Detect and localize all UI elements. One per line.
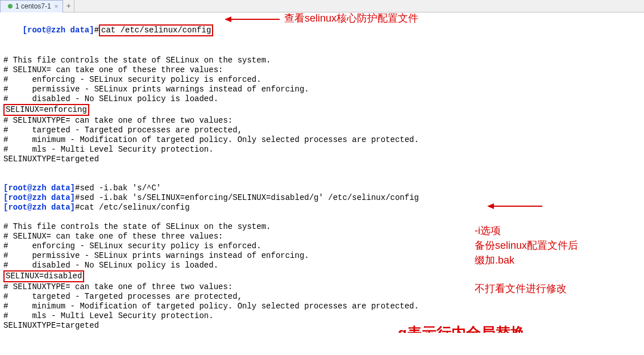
output-line (3, 164, 641, 174)
tab-bar: 1 centos7-1 × + (0, 0, 644, 12)
output-line: # targeted - Targeted processes are prot… (3, 126, 641, 135)
shell-prompt: [root@zzh data] (3, 203, 75, 212)
annotation-backup: 备份selinux配置文件后 (475, 241, 578, 250)
command-line: [root@zzh data]#sed -i.bak 's/^C' (3, 183, 641, 193)
selinux-disabled-box: SELINUX=disabled (3, 270, 84, 282)
terminal-tab[interactable]: 1 centos7-1 × (0, 0, 63, 12)
tab-title: 1 centos7-1 (15, 2, 51, 10)
output-line: # disabled - No SELinux policy is loaded… (3, 94, 641, 104)
shell-prompt: [root@zzh data] (23, 26, 94, 35)
command-text: sed -i.bak 's/SELINUX=enforcing/SELINUX=… (80, 193, 419, 202)
arrow-line (231, 19, 280, 20)
command-line: [root@zzh data]#cat /etc/selinux/config (3, 203, 641, 212)
close-icon[interactable]: × (55, 3, 58, 10)
selinux-value: SELINUX=disabled (6, 272, 82, 281)
output-line: SELINUXTYPE=targeted (3, 321, 641, 331)
arrow-line (494, 206, 542, 207)
output-line (3, 212, 641, 222)
output-line: # permissive - SELinux prints warnings i… (3, 251, 641, 261)
output-line: # SELINUX= can take one of these three v… (3, 65, 641, 75)
output-line: # This file controls the state of SELinu… (3, 222, 641, 232)
output-line: SELINUXTYPE=targeted (3, 154, 641, 164)
arrow-left-icon (225, 16, 231, 22)
output-line: # disabled - No SELinux policy is loaded… (3, 261, 641, 270)
selinux-value: SELINUX=enforcing (6, 105, 87, 114)
output-line: # This file controls the state of SELinu… (3, 56, 641, 65)
output-line: # minimum - Modification of targeted pol… (3, 302, 641, 311)
command-text: cat /etc/selinux/config (80, 203, 189, 212)
output-line: # minimum - Modification of targeted pol… (3, 135, 641, 145)
output-line (3, 174, 641, 183)
terminal-output[interactable]: [root@zzh data]#cat /etc/selinux/config … (0, 12, 644, 333)
command-highlight-box: cat /etc/selinux/config (99, 24, 213, 36)
selinux-enforcing-box: SELINUX=enforcing (3, 104, 89, 116)
output-line: # permissive - SELinux prints warnings i… (3, 85, 641, 94)
annotation-no-open: 不打看文件进行修改 (475, 284, 567, 294)
command-text: sed -i.bak 's/^C' (80, 183, 161, 193)
command-line: [root@zzh data]#sed -i.bak 's/SELINUX=en… (3, 193, 641, 203)
command-text: cat /etc/selinux/config (101, 26, 211, 35)
add-tab-button[interactable]: + (63, 0, 74, 12)
output-line (3, 46, 641, 56)
output-line: # mls - Multi Level Security protection. (3, 311, 641, 321)
output-line: # mls - Multi Level Security protection. (3, 145, 641, 154)
status-dot-icon (8, 4, 13, 9)
output-line: # SELINUXTYPE= can take one of three two… (3, 116, 641, 126)
shell-prompt: [root@zzh data] (3, 183, 75, 193)
annotation-i-option: -i选项 (475, 226, 501, 236)
shell-prompt: [root@zzh data] (3, 193, 75, 202)
output-line: # enforcing - SELinux security policy is… (3, 75, 641, 85)
annotation-g-global: g表示行内全局替换 (398, 328, 525, 333)
arrow-left-icon (487, 203, 494, 209)
prompt-hash: # (94, 26, 99, 35)
annotation-view-config: 查看selinux核心防护配置文件 (284, 14, 418, 23)
annotation-bak-suffix: 缀加.bak (475, 256, 514, 265)
